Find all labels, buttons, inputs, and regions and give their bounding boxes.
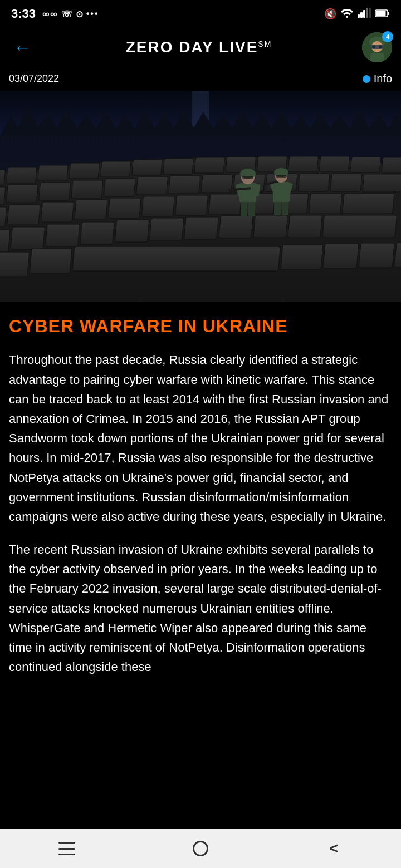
svg-rect-78 bbox=[0, 230, 10, 252]
svg-rect-67 bbox=[7, 205, 40, 225]
svg-rect-97 bbox=[241, 200, 247, 216]
svg-rect-94 bbox=[323, 244, 359, 268]
avatar-container[interactable]: 4 bbox=[362, 32, 392, 62]
svg-rect-70 bbox=[108, 198, 141, 218]
mute-icon: 🔇 bbox=[324, 8, 336, 20]
article-body: Throughout the past decade, Russia clear… bbox=[9, 350, 392, 677]
svg-rect-57 bbox=[104, 179, 135, 196]
svg-rect-49 bbox=[288, 156, 318, 172]
svg-rect-69 bbox=[75, 200, 107, 220]
more-icon: ••• bbox=[86, 9, 99, 19]
svg-rect-41 bbox=[38, 165, 68, 181]
svg-rect-88 bbox=[322, 215, 397, 238]
back-button[interactable]: ← bbox=[9, 33, 36, 62]
svg-rect-63 bbox=[298, 174, 330, 191]
call-icon: ☏ bbox=[61, 9, 72, 19]
article-title: CYBER WARFARE IN UKRAINE bbox=[9, 315, 392, 337]
home-icon bbox=[193, 841, 208, 856]
svg-rect-91 bbox=[30, 249, 72, 273]
svg-point-12 bbox=[372, 45, 375, 48]
svg-rect-72 bbox=[175, 195, 208, 215]
svg-rect-68 bbox=[41, 202, 74, 222]
article-paragraph-1: Throughout the past decade, Russia clear… bbox=[9, 350, 392, 526]
svg-point-13 bbox=[379, 45, 382, 48]
article-date: 03/07/2022 bbox=[9, 73, 59, 85]
menu-icon bbox=[58, 842, 75, 855]
svg-rect-40 bbox=[6, 167, 36, 183]
svg-rect-64 bbox=[330, 174, 362, 191]
info-button[interactable]: Info bbox=[363, 72, 392, 85]
svg-rect-6 bbox=[388, 12, 389, 15]
svg-rect-83 bbox=[149, 218, 183, 240]
keyboard-scene bbox=[0, 91, 401, 302]
nav-back-button[interactable]: < bbox=[317, 837, 351, 860]
status-time: 3:33 bbox=[11, 7, 36, 21]
svg-rect-42 bbox=[69, 163, 99, 179]
nav-home-button[interactable] bbox=[184, 837, 217, 860]
signal-icon bbox=[358, 8, 371, 21]
voicemail-icon: ∞∞ bbox=[42, 8, 58, 20]
svg-rect-92 bbox=[72, 246, 281, 271]
battery-icon bbox=[375, 8, 390, 20]
svg-rect-7 bbox=[376, 11, 386, 16]
nav-menu-button[interactable] bbox=[50, 837, 84, 860]
date-bar: 03/07/2022 Info bbox=[0, 67, 401, 91]
svg-rect-98 bbox=[248, 200, 255, 216]
svg-rect-2 bbox=[363, 10, 365, 18]
svg-rect-95 bbox=[359, 243, 394, 268]
wifi-icon bbox=[341, 8, 353, 21]
svg-rect-73 bbox=[209, 194, 242, 214]
sync-icon: ⊙ bbox=[76, 9, 83, 19]
svg-rect-76 bbox=[309, 194, 342, 214]
status-icons-left: ∞∞ ☏ ⊙ ••• bbox=[42, 8, 99, 20]
svg-rect-58 bbox=[136, 177, 168, 195]
svg-rect-106 bbox=[274, 200, 281, 215]
info-label: Info bbox=[374, 72, 392, 85]
hero-image bbox=[0, 91, 401, 302]
svg-rect-93 bbox=[281, 245, 323, 269]
svg-rect-90 bbox=[0, 252, 30, 277]
svg-rect-52 bbox=[382, 157, 401, 173]
svg-rect-14 bbox=[370, 53, 384, 62]
svg-rect-0 bbox=[358, 14, 360, 18]
svg-rect-59 bbox=[169, 176, 200, 194]
back-icon: < bbox=[330, 840, 339, 857]
svg-rect-43 bbox=[100, 161, 130, 177]
svg-rect-1 bbox=[360, 12, 363, 18]
svg-rect-65 bbox=[363, 174, 401, 192]
svg-rect-56 bbox=[71, 180, 103, 198]
article-content: CYBER WARFARE IN UKRAINE Throughout the … bbox=[0, 302, 401, 703]
svg-rect-84 bbox=[184, 217, 218, 239]
svg-rect-87 bbox=[288, 215, 322, 238]
svg-rect-80 bbox=[46, 224, 80, 246]
article-paragraph-2: The recent Russian invasion of Ukraine e… bbox=[9, 540, 392, 677]
info-dot-icon bbox=[363, 75, 370, 83]
avatar-badge: 4 bbox=[382, 31, 393, 42]
app-title: ZERO DAY LIVESM bbox=[126, 38, 272, 56]
svg-rect-114 bbox=[276, 175, 287, 178]
svg-rect-71 bbox=[141, 196, 174, 216]
svg-rect-105 bbox=[242, 176, 253, 179]
status-icons-right: 🔇 bbox=[324, 8, 390, 21]
status-bar: 3:33 ∞∞ ☏ ⊙ ••• 🔇 bbox=[0, 0, 401, 28]
svg-rect-3 bbox=[366, 8, 368, 18]
svg-rect-51 bbox=[350, 157, 380, 172]
svg-rect-86 bbox=[253, 215, 287, 238]
svg-rect-55 bbox=[39, 183, 71, 200]
svg-rect-77 bbox=[343, 194, 394, 214]
bottom-nav: < bbox=[0, 829, 401, 868]
svg-rect-4 bbox=[369, 8, 371, 18]
svg-rect-45 bbox=[163, 159, 193, 174]
svg-rect-54 bbox=[6, 185, 38, 203]
svg-rect-46 bbox=[194, 157, 224, 173]
svg-rect-60 bbox=[201, 175, 233, 193]
svg-rect-79 bbox=[11, 227, 45, 249]
nav-header: ← ZERO DAY LIVESM 4 bbox=[0, 28, 401, 67]
svg-rect-85 bbox=[219, 216, 253, 238]
svg-rect-50 bbox=[319, 156, 349, 172]
svg-rect-81 bbox=[80, 222, 114, 244]
svg-rect-44 bbox=[132, 160, 162, 175]
svg-rect-107 bbox=[282, 200, 288, 215]
svg-rect-82 bbox=[115, 220, 149, 242]
